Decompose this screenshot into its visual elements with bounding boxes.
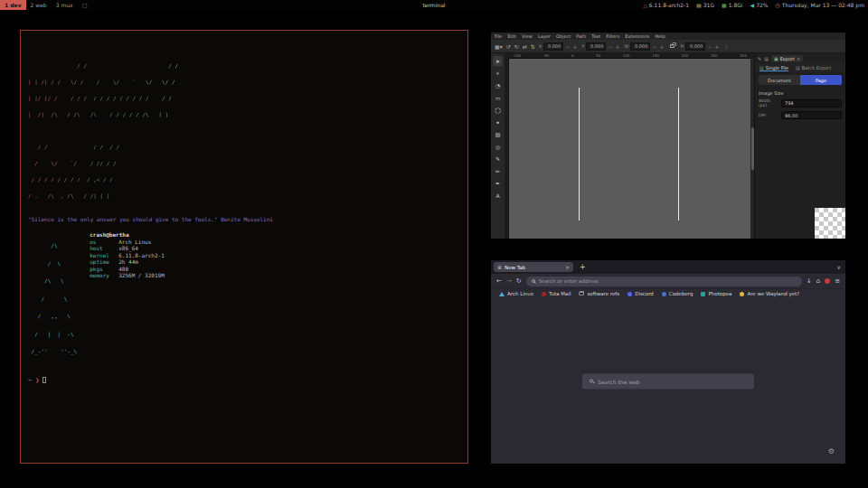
adblocker-icon[interactable] bbox=[825, 278, 830, 284]
x-plus-button[interactable]: + bbox=[571, 43, 578, 50]
pencil-tool-icon[interactable]: ✏ bbox=[493, 166, 503, 176]
browser-tab-strip: ⊕ New Tab × + ∨ bbox=[491, 260, 845, 274]
workspace-1[interactable]: 1 dev bbox=[0, 0, 26, 10]
w-spinbox[interactable]: W 0.000 − + bbox=[624, 42, 665, 51]
downloads-icon[interactable]: ↓ bbox=[807, 277, 812, 285]
workspace-2[interactable]: 2 web bbox=[26, 0, 52, 10]
banner-line: / /_ ____ ______/ /__/ / bbox=[28, 145, 460, 150]
shell-prompt[interactable]: ~ ❯ bbox=[28, 377, 460, 384]
export-dialog-tab[interactable]: ▣ Export × bbox=[771, 55, 803, 62]
width-input[interactable]: 794 bbox=[781, 99, 842, 108]
menu-extensions[interactable]: Extensions bbox=[625, 33, 649, 39]
ascii-banner: __ __ _ _____ / /________ ____ ___ ___ /… bbox=[28, 36, 460, 210]
h-spinbox[interactable]: H 0.000 − + bbox=[680, 42, 720, 51]
y-spinbox[interactable]: Y 0.000 − + bbox=[581, 42, 620, 51]
edit-dialog-icon[interactable]: ✎ bbox=[758, 56, 761, 61]
lock-ratio-icon[interactable] bbox=[670, 44, 675, 48]
browser-tab[interactable]: ⊕ New Tab × bbox=[494, 262, 573, 272]
new-tab-button[interactable]: + bbox=[577, 263, 589, 271]
banner-line: / __ \/ __ `/ ___/ //_/ / bbox=[28, 161, 460, 166]
bookmark-discord[interactable]: Discord bbox=[627, 291, 654, 296]
web-search-input[interactable]: Search the web bbox=[582, 373, 754, 389]
menu-file[interactable]: File bbox=[495, 33, 502, 39]
layers-dialog-icon[interactable]: ▤ bbox=[764, 56, 769, 61]
x-spinbox[interactable]: X 0.000 − + bbox=[539, 42, 579, 51]
menu-object[interactable]: Object bbox=[556, 33, 571, 39]
dpi-input[interactable]: 96.00 bbox=[781, 111, 842, 119]
flip-horizontal-icon[interactable]: ⇄ bbox=[523, 43, 527, 50]
h-minus-button[interactable]: − bbox=[706, 43, 712, 50]
quote-line: "Silence is the only answer you should g… bbox=[28, 216, 460, 222]
raise-lower-icon[interactable]: ⇅ bbox=[531, 43, 535, 50]
w-minus-button[interactable]: − bbox=[651, 43, 657, 50]
text-tool-icon[interactable]: A bbox=[493, 191, 503, 201]
bookmark-codeberg[interactable]: Codeberg bbox=[662, 291, 693, 296]
empty-workspace-icon[interactable]: □ bbox=[78, 0, 92, 10]
bookmark-photopea[interactable]: Photopea bbox=[701, 291, 731, 296]
h-value: 0.000 bbox=[685, 42, 705, 51]
url-placeholder: Search or enter address bbox=[539, 278, 599, 284]
terminal-window[interactable]: __ __ _ _____ / /________ ____ ___ ___ /… bbox=[20, 30, 468, 464]
y-plus-button[interactable]: + bbox=[614, 43, 620, 50]
h-plus-button[interactable]: + bbox=[713, 43, 720, 50]
back-button[interactable]: ← bbox=[496, 277, 502, 285]
rotate-ccw-icon[interactable]: ↺ bbox=[506, 43, 511, 50]
node-tool-icon[interactable]: ⌖ bbox=[493, 69, 503, 79]
box3d-tool-icon[interactable]: ▧ bbox=[493, 129, 503, 139]
export-tab-close-icon[interactable]: × bbox=[797, 56, 800, 61]
shape-builder-tool-icon[interactable]: ◔ bbox=[493, 80, 503, 90]
w-plus-button[interactable]: + bbox=[658, 43, 665, 50]
bookmark-are-we-wayland-yet[interactable]: Are we Wayland yet? bbox=[740, 291, 799, 296]
status-modules: △ 6.11.8-arch2-1 ▤ 31G ▦ 1.8Gi ◀ 72% ◷ T… bbox=[643, 0, 864, 10]
newtab-page: Search the web ⚙ bbox=[491, 298, 845, 464]
bookmark-software-refs[interactable]: software refs bbox=[579, 291, 619, 296]
pen-tool-icon[interactable]: ✎ bbox=[493, 154, 503, 164]
selector-tool-icon[interactable]: ➤ bbox=[493, 56, 503, 66]
workspace-3[interactable]: 3 mux bbox=[52, 0, 78, 10]
menu-view[interactable]: View bbox=[522, 33, 533, 39]
rotate-cw-icon[interactable]: ↻ bbox=[514, 43, 519, 50]
browser-window: ⊕ New Tab × + ∨ ← → ↻ Search or enter ad… bbox=[491, 260, 845, 464]
banner-line: | |/ |/ / __/ / /__/ /_/ / / / / / / __/… bbox=[28, 96, 460, 101]
fetch-user: crash@bertha bbox=[90, 231, 165, 239]
spiral-tool-icon[interactable]: ◎ bbox=[493, 142, 503, 152]
export-mode-tabs: ▤ Single File ▤ Batch Export bbox=[755, 63, 845, 72]
tab-single-file[interactable]: ▤ Single File bbox=[760, 65, 788, 71]
dpi-row: DPI 96.00 bbox=[759, 111, 842, 119]
bookmark-arch-linux[interactable]: Arch Linux bbox=[499, 291, 533, 296]
toolbar-overflow-icon[interactable]: ⋮ bbox=[723, 43, 729, 50]
list-tabs-chevron-icon[interactable]: ∨ bbox=[837, 264, 841, 270]
arch-bookmark-icon bbox=[499, 292, 505, 296]
url-bar[interactable]: Search or enter address bbox=[526, 277, 802, 286]
arch-ascii-logo: /\ / \ /\ \ / \ / ,, \ / | | -\ /_-'' ''… bbox=[28, 231, 77, 367]
y-minus-button[interactable]: − bbox=[607, 43, 613, 50]
rectangle-tool-icon[interactable]: ▭ bbox=[493, 93, 503, 103]
export-tab-title: Export bbox=[780, 56, 795, 61]
menu-help[interactable]: Help bbox=[655, 33, 665, 39]
ellipse-tool-icon[interactable]: ◯ bbox=[493, 105, 503, 115]
menu-filters[interactable]: Filters bbox=[606, 33, 619, 39]
scope-page-button[interactable]: Page bbox=[800, 75, 842, 85]
menu-layer[interactable]: Layer bbox=[538, 33, 551, 39]
bookmark-tuta-mail[interactable]: Tuta Mail bbox=[542, 291, 571, 296]
reload-button[interactable]: ↻ bbox=[516, 277, 522, 285]
x-minus-button[interactable]: − bbox=[564, 43, 571, 50]
clock-module: ◷ Thursday, Mar 13 — 02:48 pm bbox=[776, 2, 865, 8]
menu-edit[interactable]: Edit bbox=[507, 33, 516, 39]
personalize-gear-icon[interactable]: ⚙ bbox=[828, 447, 835, 455]
menu-path[interactable]: Path bbox=[576, 33, 586, 39]
fetch-row: uptime2h 44m bbox=[90, 258, 165, 266]
calligraphy-tool-icon[interactable]: ✒ bbox=[493, 178, 503, 188]
tab-close-icon[interactable]: × bbox=[565, 264, 570, 270]
memory-module: ▦ 1.8Gi bbox=[722, 2, 743, 8]
star-tool-icon[interactable]: ✦ bbox=[493, 117, 503, 127]
banner-line: / /_/ / /_/ / /__/ ,< /_/ bbox=[28, 177, 460, 183]
menu-icon[interactable]: ≡ bbox=[835, 277, 840, 285]
scope-document-button[interactable]: Document bbox=[759, 75, 800, 85]
home-icon[interactable]: ⌂ bbox=[816, 277, 820, 285]
tab-batch-export[interactable]: ▤ Batch Export bbox=[796, 65, 831, 70]
menu-text[interactable]: Text bbox=[591, 33, 600, 39]
forward-button[interactable]: → bbox=[506, 277, 512, 285]
inkscape-canvas[interactable] bbox=[509, 59, 750, 239]
select-all-dropdown-icon[interactable]: ▦▾ bbox=[495, 43, 503, 50]
